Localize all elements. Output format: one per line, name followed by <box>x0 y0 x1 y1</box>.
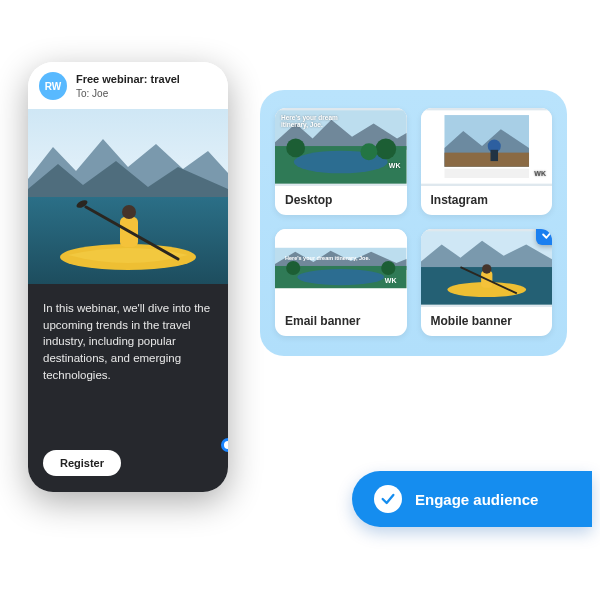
live-dot-icon <box>221 438 228 452</box>
card-email-banner[interactable]: Here's your dream itinerary, Joe. WK Ema… <box>275 229 407 336</box>
check-icon <box>380 491 396 507</box>
header-text: Free webinar: travel To: Joe <box>76 72 180 99</box>
lake-banner-icon <box>275 229 407 307</box>
register-button[interactable]: Register <box>43 450 121 476</box>
svg-point-11 <box>376 139 397 160</box>
thumb-email-banner: Here's your dream itinerary, Joe. WK <box>275 229 407 307</box>
card-instagram[interactable]: WK Instagram <box>421 108 553 215</box>
thumb-overlay-text: Here's your dream itinerary, Joe. <box>281 114 361 129</box>
wk-logo-icon: WK <box>534 170 546 177</box>
thumb-mobile-banner <box>421 229 553 307</box>
svg-point-12 <box>360 143 377 160</box>
svg-rect-17 <box>490 150 498 161</box>
svg-point-28 <box>482 264 491 273</box>
check-icon <box>541 229 553 241</box>
email-body-text: In this webinar, we'll dive into the upc… <box>43 300 213 383</box>
svg-point-22 <box>286 261 300 275</box>
card-label: Mobile banner <box>421 307 553 336</box>
engage-audience-pill[interactable]: Engage audience <box>352 471 592 527</box>
phone-mockup: RW Free webinar: travel To: Joe <box>28 62 228 492</box>
thumb-overlay-text: Here's your dream itinerary, Joe. <box>285 255 370 261</box>
card-label: Instagram <box>421 186 553 215</box>
check-circle-icon <box>374 485 402 513</box>
kayak-scene-icon <box>421 229 553 307</box>
hiker-scene-icon <box>421 108 553 186</box>
checked-badge-icon <box>536 229 552 245</box>
card-label: Desktop <box>275 186 407 215</box>
card-mobile-banner[interactable]: Mobile banner <box>421 229 553 336</box>
email-to-line: To: Joe <box>76 87 180 100</box>
email-subject: Free webinar: travel <box>76 72 180 86</box>
svg-point-4 <box>122 205 136 219</box>
email-header: RW Free webinar: travel To: Joe <box>28 62 228 109</box>
pill-label: Engage audience <box>415 491 538 508</box>
card-label: Email banner <box>275 307 407 336</box>
thumb-instagram <box>421 108 553 186</box>
hero-image <box>28 109 228 284</box>
card-desktop[interactable]: Here's your dream itinerary, Joe. WK Des… <box>275 108 407 215</box>
wk-logo-icon: WK <box>389 162 401 169</box>
svg-point-10 <box>286 139 305 158</box>
format-grid-panel: Here's your dream itinerary, Joe. WK Des… <box>260 90 567 356</box>
svg-point-21 <box>297 269 384 285</box>
avatar: RW <box>39 72 67 100</box>
email-body: In this webinar, we'll dive into the upc… <box>28 284 228 492</box>
kayak-scene-icon <box>28 109 228 284</box>
svg-point-23 <box>381 261 395 275</box>
svg-rect-18 <box>444 169 529 178</box>
wk-logo-icon: WK <box>385 277 397 284</box>
svg-rect-15 <box>444 153 529 167</box>
